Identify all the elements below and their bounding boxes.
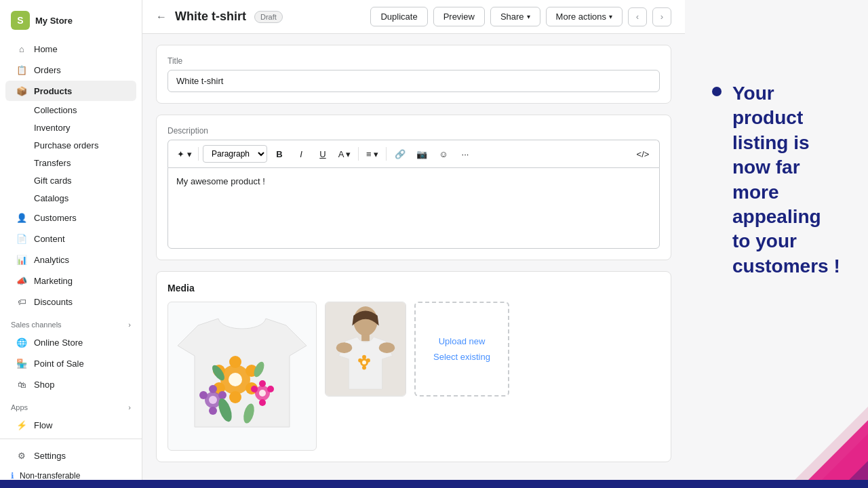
divider3	[386, 147, 387, 161]
bold-button[interactable]: B	[270, 144, 289, 163]
shopify-logo-icon: S	[11, 11, 30, 30]
title-input[interactable]	[167, 70, 660, 92]
tshirt-image	[167, 302, 317, 451]
svg-point-31	[366, 359, 370, 363]
shop-icon: 🛍	[16, 379, 27, 390]
sidebar-item-purchase-orders[interactable]: Purchase orders	[5, 137, 136, 154]
svg-point-13	[209, 396, 217, 404]
underline-button[interactable]: U	[313, 144, 332, 163]
svg-point-32	[362, 361, 366, 365]
sidebar-item-products[interactable]: 📦 Products	[5, 81, 136, 101]
online-store-icon: 🌐	[16, 337, 27, 348]
sidebar-item-catalogs[interactable]: Catalogs	[5, 190, 136, 207]
sidebar-item-orders[interactable]: 📋 Orders	[5, 60, 136, 80]
svg-point-16	[259, 399, 266, 406]
sidebar-item-gift-cards[interactable]: Gift cards	[5, 172, 136, 189]
sidebar-nav: ⌂ Home 📋 Orders 📦 Products Collections I…	[0, 35, 142, 439]
content-area: Title Description ✦ ▾ Paragraph B I U A …	[142, 34, 685, 484]
svg-point-29	[362, 366, 366, 370]
svg-point-30	[358, 359, 362, 363]
svg-point-11	[199, 391, 208, 399]
svg-marker-38	[787, 407, 868, 488]
sidebar-item-online-store[interactable]: 🌐 Online Store	[5, 332, 136, 352]
products-icon: 📦	[16, 85, 27, 96]
bottom-bar	[0, 480, 868, 488]
svg-point-19	[259, 390, 266, 396]
sidebar-item-home[interactable]: ⌂ Home	[5, 39, 136, 59]
sidebar-item-transfers[interactable]: Transfers	[5, 155, 136, 171]
description-card: Description ✦ ▾ Paragraph B I U A ▾ ≡ ▾ …	[156, 115, 671, 260]
settings-icon: ⚙	[16, 450, 27, 461]
align-button[interactable]: ≡ ▾	[363, 144, 382, 163]
flow-icon: ⚡	[16, 420, 27, 430]
apps-expand-icon[interactable]: ›	[128, 403, 131, 411]
expand-icon[interactable]: ›	[128, 321, 131, 329]
description-textarea[interactable]: My awesome product !	[167, 167, 660, 249]
svg-point-33	[336, 342, 353, 353]
orders-icon: 📋	[16, 64, 27, 75]
magic-icon-btn[interactable]: ✦ ▾	[175, 144, 194, 163]
sidebar-item-pos[interactable]: 🏪 Point of Sale	[5, 353, 136, 373]
next-nav-button[interactable]: ›	[652, 7, 671, 26]
description-toolbar: ✦ ▾ Paragraph B I U A ▾ ≡ ▾ 🔗 📷 ☺ ··· </…	[167, 140, 660, 167]
code-button[interactable]: </>	[633, 144, 652, 163]
sidebar-item-discounts[interactable]: 🏷 Discounts	[5, 291, 136, 312]
deco-triangles	[732, 352, 868, 488]
more-actions-button[interactable]: More actions ▾	[546, 7, 623, 26]
paragraph-select[interactable]: Paragraph	[203, 145, 267, 163]
customers-icon: 👤	[16, 212, 27, 223]
prev-nav-button[interactable]: ‹	[628, 7, 647, 26]
svg-point-17	[251, 386, 258, 392]
select-existing-link[interactable]: Select existing	[433, 352, 490, 362]
sidebar-item-analytics[interactable]: 📊 Analytics	[5, 249, 136, 270]
bullet-dot	[712, 87, 722, 96]
store-name: My Store	[35, 16, 73, 26]
sales-channels-label: Sales channels ›	[0, 312, 142, 331]
svg-point-9	[209, 385, 217, 393]
title-label: Title	[167, 56, 660, 66]
preview-button[interactable]: Preview	[433, 7, 485, 26]
sidebar-item-settings[interactable]: ⚙ Settings	[5, 445, 136, 466]
share-button[interactable]: Share ▾	[490, 7, 540, 26]
media-label: Media	[167, 283, 660, 293]
sidebar-item-shop[interactable]: 🛍 Shop	[5, 374, 136, 394]
media-upload-zone[interactable]: Upload new Select existing	[414, 302, 509, 396]
svg-point-2	[229, 391, 241, 403]
svg-point-28	[362, 355, 366, 359]
emoji-button[interactable]: ☺	[434, 144, 453, 163]
italic-button[interactable]: I	[292, 144, 311, 163]
info-text: Your product listing is now far more app…	[732, 81, 841, 279]
sidebar-item-content[interactable]: 📄 Content	[5, 228, 136, 249]
media-grid: Upload new Select existing	[167, 302, 660, 451]
upload-new-link[interactable]: Upload new	[439, 336, 486, 346]
back-button[interactable]: ←	[156, 11, 167, 23]
more-toolbar-button[interactable]: ···	[456, 144, 475, 163]
info-panel: Your product listing is now far more app…	[685, 0, 868, 488]
link-button[interactable]: 🔗	[391, 144, 410, 163]
svg-point-1	[229, 356, 241, 368]
sidebar-item-customers[interactable]: 👤 Customers	[5, 207, 136, 228]
divider2	[358, 147, 359, 161]
svg-point-18	[267, 386, 274, 392]
marketing-icon: 📣	[16, 275, 27, 286]
content-icon: 📄	[16, 233, 27, 244]
media-card: Media	[156, 271, 671, 462]
sidebar-item-inventory[interactable]: Inventory	[5, 119, 136, 136]
draft-badge: Draft	[254, 11, 283, 23]
svg-rect-26	[361, 334, 370, 341]
topbar-actions: Duplicate Preview Share ▾ More actions ▾…	[370, 7, 671, 26]
font-color-button[interactable]: A ▾	[335, 144, 354, 163]
svg-point-34	[379, 342, 395, 353]
duplicate-button[interactable]: Duplicate	[370, 7, 427, 26]
insert-button[interactable]: 📷	[412, 144, 431, 163]
sidebar-item-flow[interactable]: ⚡ Flow	[5, 415, 136, 435]
pos-icon: 🏪	[16, 358, 27, 369]
store-logo: S My Store	[0, 0, 142, 35]
sidebar-item-marketing[interactable]: 📣 Marketing	[5, 270, 136, 291]
chevron-down-icon: ▾	[527, 13, 530, 20]
svg-point-7	[229, 373, 242, 386]
svg-point-10	[209, 407, 217, 415]
sidebar-item-collections[interactable]: Collections	[5, 102, 136, 119]
discounts-icon: 🏷	[16, 296, 27, 307]
home-icon: ⌂	[16, 43, 27, 54]
